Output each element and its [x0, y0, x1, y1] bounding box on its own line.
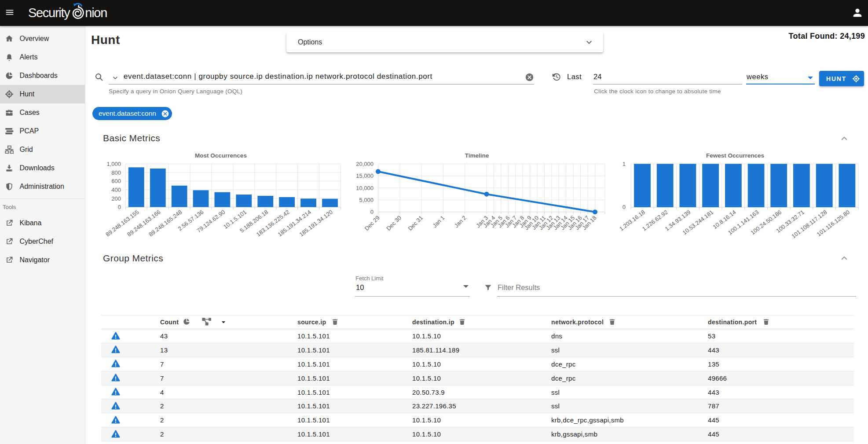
svg-text:5,000: 5,000: [359, 197, 374, 203]
svg-text:1: 1: [623, 161, 626, 167]
svg-text:10,000: 10,000: [356, 185, 374, 191]
svg-text:Jan 1: Jan 1: [431, 214, 446, 229]
svg-text:1,000: 1,000: [106, 161, 121, 167]
svg-text:Fewest Occurrences: Fewest Occurrences: [706, 152, 764, 159]
svg-text:Dec 30: Dec 30: [385, 214, 403, 232]
svg-text:400: 400: [111, 187, 121, 193]
svg-text:Jan 2: Jan 2: [453, 214, 468, 229]
svg-text:Timeline: Timeline: [465, 152, 489, 159]
svg-text:0: 0: [370, 209, 374, 215]
svg-text:0: 0: [623, 204, 626, 210]
svg-text:600: 600: [111, 178, 121, 184]
svg-text:800: 800: [111, 169, 121, 176]
svg-text:200: 200: [111, 195, 121, 202]
svg-text:Dec 31: Dec 31: [407, 214, 424, 232]
svg-text:Dec 29: Dec 29: [363, 214, 381, 232]
svg-text:0: 0: [118, 204, 121, 210]
svg-text:20,000: 20,000: [356, 161, 374, 167]
svg-text:Most Occurrences: Most Occurrences: [195, 152, 247, 159]
svg-text:15,000: 15,000: [356, 172, 374, 179]
